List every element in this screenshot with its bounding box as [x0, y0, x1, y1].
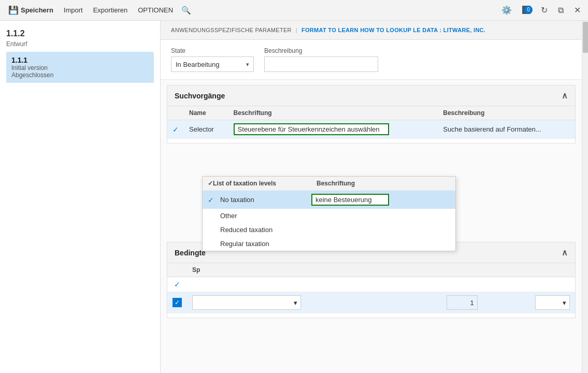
content-scroll: Suchvorgänge ∧ Name Beschriftung Beschre…: [161, 85, 582, 324]
content-with-scrollbar: ANWENDUNGSSPEZIFISCHE PARAMETER | FORMAT…: [161, 21, 588, 373]
bedingungen-section: Bedingte ∧ Sp: [167, 242, 576, 318]
bed-row-select[interactable]: ▾: [192, 295, 301, 310]
collapse-icon: ∧: [562, 91, 568, 101]
table-row[interactable]: ✓ Selector Steuerebene für Steuerkennzei…: [167, 120, 575, 139]
bedingungen-title: Bedingte: [175, 249, 206, 257]
breadcrumb: ANWENDUNGSSPEZIFISCHE PARAMETER | FORMAT…: [161, 21, 582, 40]
row-beschriftung: Steuerebene für Steuerkennzeichen auswäh…: [228, 120, 438, 139]
bedingungen-table: Sp ✓: [167, 263, 575, 313]
restore-icon-btn[interactable]: ⧉: [555, 4, 567, 17]
bedingungen-data-row[interactable]: ✓ ▾ 1: [167, 292, 575, 313]
bed-row-number: 1: [447, 295, 478, 310]
bed-row-select-col: ▾: [187, 292, 441, 313]
badge: 0: [524, 6, 533, 14]
beschreibung-label: Beschreibung: [264, 47, 378, 54]
office-icon-wrap: 🅾 0: [519, 4, 534, 17]
sidebar-version: 1.1.2: [6, 29, 154, 38]
dropdown-popup: ✓ List of taxation levels Beschriftung ✓…: [202, 176, 456, 251]
checkmark-icon: ✓: [173, 125, 179, 134]
sidebar-item-sub2: Abgeschlossen: [11, 71, 149, 79]
suchvorgaenge-header[interactable]: Suchvorgänge ∧: [167, 85, 575, 106]
save-button[interactable]: 💾 Speichern: [4, 3, 58, 17]
bed-row-number-col: 1: [441, 292, 530, 313]
bedingungen-header-row: Sp: [167, 263, 575, 277]
toolbar: 💾 Speichern Import Exportieren OPTIONEN …: [0, 0, 588, 21]
sidebar-item-1-1-1[interactable]: 1.1.1 Initial version Abgeschlossen: [6, 52, 154, 83]
options-button[interactable]: OPTIONEN: [134, 4, 177, 16]
dropdown-item-regular[interactable]: Regular taxation: [203, 237, 455, 251]
dropdown-item-name-other: Other: [220, 212, 311, 220]
dropdown-item-name-regular: Regular taxation: [220, 240, 311, 248]
bedingungen-check-row: ✓: [167, 277, 575, 292]
dropdown-item-reduced[interactable]: Reduced taxation: [203, 223, 455, 237]
col-beschriftung-header: Beschriftung: [228, 106, 438, 120]
settings-icon-btn[interactable]: ⚙️: [498, 3, 515, 17]
refresh-icon-btn[interactable]: ↻: [538, 3, 551, 17]
row-beschreibung: Suche basierend auf Formaten...: [438, 120, 575, 139]
dropdown-item-other[interactable]: Other: [203, 209, 455, 223]
sidebar-item-title: 1.1.1: [11, 56, 149, 64]
bedingungen-body: Sp ✓: [167, 263, 575, 318]
bed-row-select2[interactable]: ▾: [535, 295, 570, 310]
dropdown-item-no-taxation[interactable]: ✓ No taxation keine Besteuerung: [203, 191, 455, 209]
bed-row-check-blue: ✓: [167, 292, 187, 313]
bedingungen-collapse-icon: ∧: [562, 248, 568, 257]
chevron-down-icon-bed2: ▾: [563, 299, 566, 307]
export-button[interactable]: Exportieren: [89, 4, 132, 16]
breadcrumb-part2: FORMAT TO LEARN HOW TO LOOKUP LE DATA : …: [302, 27, 485, 33]
dropdown-col-list: List of taxation levels: [213, 180, 317, 187]
state-select[interactable]: In Bearbeitung ▾: [171, 56, 254, 72]
scrollbar-track[interactable]: [582, 21, 588, 373]
bed-empty-row: [187, 277, 575, 292]
row-name: Selector: [184, 120, 228, 139]
chevron-down-icon-bed: ▾: [294, 299, 297, 307]
suchvorgaenge-title: Suchvorgänge: [175, 92, 225, 100]
close-icon-btn[interactable]: ✕: [571, 3, 584, 17]
form-row: State In Bearbeitung ▾ Beschreibung: [161, 40, 582, 80]
col-name-header: Name: [184, 106, 228, 120]
dropdown-header: ✓ List of taxation levels Beschriftung: [203, 177, 455, 191]
dropdown-checkmark-no-taxation: ✓: [208, 196, 220, 204]
bed-col-sp: Sp: [187, 263, 575, 277]
breadcrumb-separator: |: [296, 27, 297, 33]
state-label: State: [171, 47, 254, 54]
bed-check-col: ✓: [167, 277, 187, 292]
label-edit-no-taxation[interactable]: keine Besteuerung: [311, 194, 389, 206]
chevron-down-icon: ▾: [246, 61, 249, 68]
bed-col-check: [167, 263, 187, 277]
beschriftung-cell-edit[interactable]: Steuerebene für Steuerkennzeichen auswäh…: [234, 123, 389, 135]
main-layout: 1.1.2 Entwurf 1.1.1 Initial version Abge…: [0, 21, 588, 373]
dropdown-item-label-no-taxation: keine Besteuerung: [311, 194, 450, 206]
check-box-blue: ✓: [173, 298, 182, 307]
col-beschreibung-header: Beschreibung: [438, 106, 575, 120]
beschreibung-field: Beschreibung: [264, 47, 378, 72]
content-area: ANWENDUNGSSPEZIFISCHE PARAMETER | FORMAT…: [161, 21, 582, 373]
sidebar-draft: Entwurf: [6, 40, 154, 48]
scrollbar-thumb[interactable]: [583, 22, 588, 53]
row-check: ✓: [167, 120, 184, 139]
col-check: [167, 106, 184, 120]
dropdown-col-beschriftung: Beschriftung: [317, 180, 450, 187]
beschreibung-input[interactable]: [264, 56, 378, 72]
dropdown-item-name-no-taxation: No taxation: [220, 196, 311, 204]
state-select-value: In Bearbeitung: [176, 61, 246, 68]
search-icon: 🔍: [181, 6, 191, 15]
import-button[interactable]: Import: [60, 4, 87, 16]
sidebar: 1.1.2 Entwurf 1.1.1 Initial version Abge…: [0, 21, 161, 373]
toolbar-right: ⚙️ 🅾 0 ↻ ⧉ ✕: [498, 3, 584, 17]
bed-row-select2-col: ▾: [530, 292, 576, 313]
breadcrumb-part1: ANWENDUNGSSPEZIFISCHE PARAMETER: [171, 27, 292, 33]
dropdown-item-name-reduced: Reduced taxation: [220, 226, 311, 234]
suchvorgaenge-section: Suchvorgänge ∧ Name Beschriftung Beschre…: [167, 85, 576, 144]
dropdown-check-col: ✓: [208, 180, 213, 187]
state-field: State In Bearbeitung ▾: [171, 47, 254, 72]
suchvorgaenge-table: Name Beschriftung Beschreibung ✓: [167, 106, 575, 139]
suchvorgaenge-header-row: Name Beschriftung Beschreibung: [167, 106, 575, 120]
sidebar-item-sub1: Initial version: [11, 64, 149, 71]
suchvorgaenge-body: Name Beschriftung Beschreibung ✓: [167, 106, 575, 143]
save-icon: 💾: [8, 5, 19, 15]
bed-checkmark-icon: ✓: [174, 280, 180, 289]
